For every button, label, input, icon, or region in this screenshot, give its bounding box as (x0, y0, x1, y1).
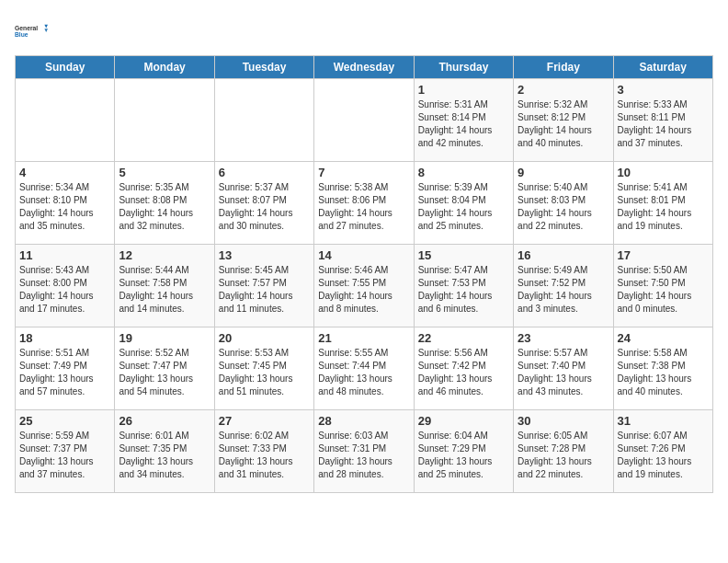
weekday-header-row: SundayMondayTuesdayWednesdayThursdayFrid… (16, 56, 713, 79)
day-cell-15: 15Sunrise: 5:47 AM Sunset: 7:53 PM Dayli… (414, 245, 513, 327)
day-number: 29 (418, 414, 509, 428)
day-cell-28: 28Sunrise: 6:03 AM Sunset: 7:31 PM Dayli… (314, 410, 414, 493)
svg-text:General: General (15, 25, 38, 31)
day-number: 6 (219, 166, 310, 179)
day-number: 10 (618, 166, 709, 179)
day-info: Sunrise: 5:44 AM Sunset: 7:58 PM Dayligh… (119, 264, 210, 316)
day-number: 14 (318, 248, 409, 262)
logo: General Blue (15, 15, 48, 48)
weekday-header-saturday: Saturday (613, 56, 712, 79)
day-info: Sunrise: 5:40 AM Sunset: 8:03 PM Dayligh… (518, 181, 609, 233)
week-row-4: 18Sunrise: 5:51 AM Sunset: 7:49 PM Dayli… (16, 327, 713, 410)
logo-svg: General Blue (15, 15, 48, 48)
day-number: 20 (219, 331, 310, 345)
day-number: 2 (518, 83, 609, 97)
day-number: 7 (318, 166, 409, 179)
day-info: Sunrise: 5:31 AM Sunset: 8:14 PM Dayligh… (418, 98, 509, 150)
day-number: 16 (518, 248, 609, 262)
day-cell-8: 8Sunrise: 5:39 AM Sunset: 8:04 PM Daylig… (414, 162, 513, 245)
day-info: Sunrise: 5:53 AM Sunset: 7:45 PM Dayligh… (219, 347, 310, 398)
svg-marker-2 (44, 25, 48, 29)
day-cell-13: 13Sunrise: 5:45 AM Sunset: 7:57 PM Dayli… (214, 245, 313, 327)
day-info: Sunrise: 5:46 AM Sunset: 7:55 PM Dayligh… (318, 264, 409, 316)
day-cell-20: 20Sunrise: 5:53 AM Sunset: 7:45 PM Dayli… (214, 327, 313, 410)
day-info: Sunrise: 5:45 AM Sunset: 7:57 PM Dayligh… (219, 264, 310, 316)
empty-cell (214, 79, 313, 162)
day-info: Sunrise: 5:32 AM Sunset: 8:12 PM Dayligh… (518, 98, 609, 150)
weekday-header-wednesday: Wednesday (314, 56, 414, 79)
day-cell-27: 27Sunrise: 6:02 AM Sunset: 7:33 PM Dayli… (214, 410, 313, 493)
week-row-2: 4Sunrise: 5:34 AM Sunset: 8:10 PM Daylig… (16, 162, 713, 245)
day-number: 1 (418, 83, 509, 97)
day-info: Sunrise: 5:47 AM Sunset: 7:53 PM Dayligh… (418, 264, 509, 316)
day-info: Sunrise: 5:38 AM Sunset: 8:06 PM Dayligh… (318, 181, 409, 233)
day-number: 23 (518, 331, 609, 345)
day-cell-25: 25Sunrise: 5:59 AM Sunset: 7:37 PM Dayli… (16, 410, 115, 493)
day-cell-12: 12Sunrise: 5:44 AM Sunset: 7:58 PM Dayli… (115, 245, 214, 327)
day-info: Sunrise: 5:39 AM Sunset: 8:04 PM Dayligh… (418, 181, 509, 233)
day-info: Sunrise: 5:57 AM Sunset: 7:40 PM Dayligh… (518, 347, 609, 398)
day-number: 9 (518, 166, 609, 179)
weekday-header-tuesday: Tuesday (214, 56, 313, 79)
svg-text:Blue: Blue (15, 31, 28, 38)
day-cell-21: 21Sunrise: 5:55 AM Sunset: 7:44 PM Dayli… (314, 327, 414, 410)
day-cell-26: 26Sunrise: 6:01 AM Sunset: 7:35 PM Dayli… (115, 410, 214, 493)
day-number: 26 (119, 414, 210, 428)
day-info: Sunrise: 5:52 AM Sunset: 7:47 PM Dayligh… (119, 347, 210, 398)
day-cell-18: 18Sunrise: 5:51 AM Sunset: 7:49 PM Dayli… (16, 327, 115, 410)
day-info: Sunrise: 5:34 AM Sunset: 8:10 PM Dayligh… (19, 181, 110, 233)
day-info: Sunrise: 6:03 AM Sunset: 7:31 PM Dayligh… (318, 430, 409, 481)
day-info: Sunrise: 5:56 AM Sunset: 7:42 PM Dayligh… (418, 347, 509, 398)
day-info: Sunrise: 6:04 AM Sunset: 7:29 PM Dayligh… (418, 430, 509, 481)
day-cell-19: 19Sunrise: 5:52 AM Sunset: 7:47 PM Dayli… (115, 327, 214, 410)
day-number: 18 (19, 331, 110, 345)
day-cell-17: 17Sunrise: 5:50 AM Sunset: 7:50 PM Dayli… (613, 245, 712, 327)
day-number: 13 (219, 248, 310, 262)
day-cell-9: 9Sunrise: 5:40 AM Sunset: 8:03 PM Daylig… (514, 162, 613, 245)
day-cell-7: 7Sunrise: 5:38 AM Sunset: 8:06 PM Daylig… (314, 162, 414, 245)
weekday-header-thursday: Thursday (414, 56, 513, 79)
day-info: Sunrise: 5:58 AM Sunset: 7:38 PM Dayligh… (618, 347, 709, 398)
day-cell-5: 5Sunrise: 5:35 AM Sunset: 8:08 PM Daylig… (115, 162, 214, 245)
weekday-header-monday: Monday (115, 56, 214, 79)
day-info: Sunrise: 6:01 AM Sunset: 7:35 PM Dayligh… (119, 430, 210, 481)
day-info: Sunrise: 5:35 AM Sunset: 8:08 PM Dayligh… (119, 181, 210, 233)
empty-cell (16, 79, 115, 162)
day-number: 11 (19, 248, 110, 262)
day-number: 15 (418, 248, 509, 262)
day-number: 17 (618, 248, 709, 262)
week-row-1: 1Sunrise: 5:31 AM Sunset: 8:14 PM Daylig… (16, 79, 713, 162)
day-cell-29: 29Sunrise: 6:04 AM Sunset: 7:29 PM Dayli… (414, 410, 513, 493)
day-number: 28 (318, 414, 409, 428)
day-cell-16: 16Sunrise: 5:49 AM Sunset: 7:52 PM Dayli… (514, 245, 613, 327)
day-info: Sunrise: 5:37 AM Sunset: 8:07 PM Dayligh… (219, 181, 310, 233)
day-cell-22: 22Sunrise: 5:56 AM Sunset: 7:42 PM Dayli… (414, 327, 513, 410)
day-number: 4 (19, 166, 110, 179)
day-number: 12 (119, 248, 210, 262)
day-cell-3: 3Sunrise: 5:33 AM Sunset: 8:11 PM Daylig… (613, 79, 712, 162)
day-cell-23: 23Sunrise: 5:57 AM Sunset: 7:40 PM Dayli… (514, 327, 613, 410)
week-row-3: 11Sunrise: 5:43 AM Sunset: 8:00 PM Dayli… (16, 245, 713, 327)
day-cell-1: 1Sunrise: 5:31 AM Sunset: 8:14 PM Daylig… (414, 79, 513, 162)
day-number: 24 (618, 331, 709, 345)
day-info: Sunrise: 5:55 AM Sunset: 7:44 PM Dayligh… (318, 347, 409, 398)
day-info: Sunrise: 5:41 AM Sunset: 8:01 PM Dayligh… (618, 181, 709, 233)
day-cell-2: 2Sunrise: 5:32 AM Sunset: 8:12 PM Daylig… (514, 79, 613, 162)
day-cell-24: 24Sunrise: 5:58 AM Sunset: 7:38 PM Dayli… (613, 327, 712, 410)
day-cell-31: 31Sunrise: 6:07 AM Sunset: 7:26 PM Dayli… (613, 410, 712, 493)
empty-cell (314, 79, 414, 162)
day-info: Sunrise: 5:50 AM Sunset: 7:50 PM Dayligh… (618, 264, 709, 316)
weekday-header-friday: Friday (514, 56, 613, 79)
day-cell-11: 11Sunrise: 5:43 AM Sunset: 8:00 PM Dayli… (16, 245, 115, 327)
day-info: Sunrise: 5:59 AM Sunset: 7:37 PM Dayligh… (19, 430, 110, 481)
day-number: 21 (318, 331, 409, 345)
day-info: Sunrise: 6:02 AM Sunset: 7:33 PM Dayligh… (219, 430, 310, 481)
day-info: Sunrise: 5:49 AM Sunset: 7:52 PM Dayligh… (518, 264, 609, 316)
day-number: 8 (418, 166, 509, 179)
day-cell-4: 4Sunrise: 5:34 AM Sunset: 8:10 PM Daylig… (16, 162, 115, 245)
svg-marker-3 (44, 29, 48, 32)
day-info: Sunrise: 6:05 AM Sunset: 7:28 PM Dayligh… (518, 430, 609, 481)
day-number: 22 (418, 331, 509, 345)
weekday-header-sunday: Sunday (16, 56, 115, 79)
header: General Blue (15, 15, 713, 48)
